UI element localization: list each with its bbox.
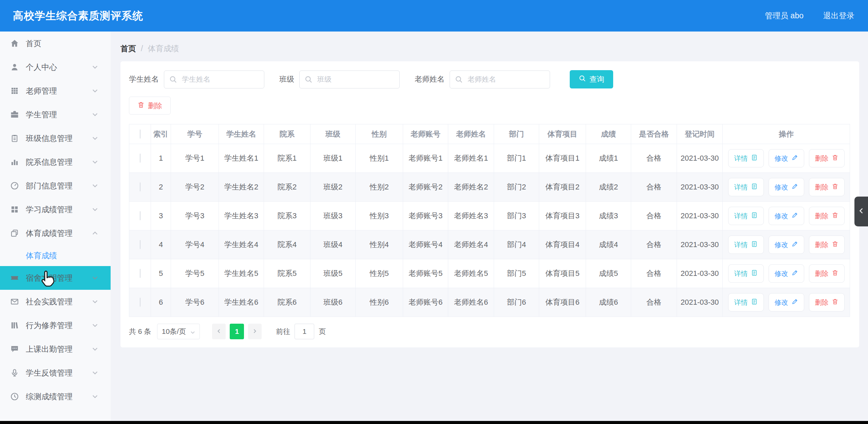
chevron-left-icon (857, 207, 865, 216)
sidebar-item[interactable]: 上课出勤管理 (0, 337, 111, 361)
chevron-down-icon (92, 135, 98, 142)
breadcrumb: 首页 / 体育成绩 (120, 42, 859, 55)
squares-icon (10, 205, 20, 214)
sidebar-item[interactable]: 社会实践管理 (0, 290, 111, 314)
delete-button[interactable]: 删除 (809, 149, 845, 167)
sidebar-item[interactable]: 学生反馈管理 (0, 361, 111, 385)
edit-button[interactable]: 修改 (769, 149, 804, 167)
pencil-icon (791, 269, 798, 278)
current-page-button[interactable]: 1 (230, 324, 244, 339)
delete-button[interactable]: 删除 (809, 264, 845, 283)
copy-icon (10, 228, 20, 238)
row-checkbox[interactable] (140, 154, 140, 163)
delete-button[interactable]: 删除 (809, 236, 845, 254)
trash-icon (137, 101, 145, 110)
class-input[interactable] (299, 70, 400, 88)
chevron-down-icon (92, 206, 98, 213)
detail-button[interactable]: 详情 (728, 264, 764, 283)
chevron-down-icon (92, 275, 98, 281)
query-button[interactable]: 查询 (570, 70, 613, 88)
trash-icon (832, 154, 838, 163)
column-header: 成绩 (586, 124, 631, 144)
sidebar-item[interactable]: 宿舍文明管理 (0, 266, 111, 290)
chevron-down-icon (190, 329, 195, 334)
sidebar-item[interactable]: 行为修养管理 (0, 314, 111, 337)
row-checkbox[interactable] (140, 298, 140, 307)
detail-button[interactable]: 详情 (728, 149, 764, 167)
row-checkbox[interactable] (140, 269, 140, 278)
sidebar-item[interactable]: 首页 (0, 32, 111, 55)
sidebar-item[interactable]: 体育成绩管理 (0, 221, 111, 245)
panel-collapse-handle[interactable] (854, 197, 868, 226)
column-header: 索引 (151, 124, 171, 144)
sidebar-item[interactable]: 个人中心 (0, 55, 111, 79)
search-icon (169, 75, 177, 83)
filter-label: 班级 (279, 74, 294, 84)
prev-page-button[interactable] (212, 324, 226, 339)
column-header: 操作 (723, 124, 850, 144)
edit-button[interactable]: 修改 (769, 236, 804, 254)
student-name-input[interactable] (164, 70, 264, 88)
table-row: 1 学号1 学生姓名1 院系1 班级1 性别1 老师账号1 老师姓名1 部门1 … (129, 144, 850, 173)
detail-button[interactable]: 详情 (728, 293, 764, 311)
delete-button[interactable]: 删除 (809, 178, 845, 196)
detail-button[interactable]: 详情 (728, 178, 764, 196)
book-icon (10, 321, 20, 330)
sidebar-item[interactable]: 部门信息管理 (0, 174, 111, 198)
app-header: 高校学生综合素质测评系统 管理员 abo 退出登录 (0, 0, 868, 32)
edit-button[interactable]: 修改 (769, 264, 804, 283)
sidebar-item[interactable]: 学生管理 (0, 103, 111, 126)
page-size-select[interactable]: 10条/页 (157, 324, 200, 339)
row-checkbox[interactable] (140, 182, 140, 191)
detail-button[interactable]: 详情 (728, 236, 764, 254)
pagination: 共 6 条 10条/页 1 前往 页 (129, 324, 851, 339)
sidebar-item[interactable]: 院系信息管理 (0, 150, 111, 174)
breadcrumb-separator: / (141, 44, 143, 53)
admin-user-label[interactable]: 管理员 abo (765, 11, 804, 21)
chevron-down-icon (92, 322, 98, 329)
delete-button[interactable]: 删除 (809, 293, 845, 311)
page-unit-label: 页 (319, 327, 326, 336)
edit-button[interactable]: 修改 (769, 293, 804, 311)
delete-button[interactable]: 删除 (809, 207, 845, 225)
bulk-delete-button[interactable]: 删除 (129, 97, 171, 115)
pencil-icon (791, 298, 798, 307)
clock-icon (10, 392, 20, 401)
search-icon (304, 75, 313, 83)
search-icon (579, 75, 586, 84)
row-checkbox[interactable] (140, 211, 140, 220)
sidebar-item[interactable]: 综测成绩管理 (0, 385, 111, 408)
trash-icon (832, 269, 838, 278)
home-icon (10, 39, 20, 48)
select-all-checkbox[interactable] (140, 129, 140, 139)
sidebar-item[interactable]: 班级信息管理 (0, 126, 111, 150)
table-body: 1 学号1 学生姓名1 院系1 班级1 性别1 老师账号1 老师姓名1 部门1 … (129, 144, 850, 317)
document-icon (751, 154, 758, 163)
trash-icon (832, 183, 838, 191)
edit-button[interactable]: 修改 (769, 207, 804, 225)
breadcrumb-current: 体育成绩 (148, 43, 179, 54)
sidebar-item[interactable]: 老师管理 (0, 79, 111, 103)
next-page-button[interactable] (248, 324, 262, 339)
table-row: 2 学号2 学生姓名2 院系2 班级2 性别2 老师账号2 老师姓名2 部门2 … (129, 173, 850, 202)
main-content: 首页 / 体育成绩 学生姓名 班级 (111, 32, 868, 421)
chevron-down-icon (92, 87, 98, 94)
goto-page-input[interactable] (295, 324, 314, 339)
row-checkbox[interactable] (140, 240, 140, 249)
document-icon (751, 269, 758, 278)
document-icon (751, 212, 758, 220)
bottom-edge-bar (0, 421, 868, 424)
detail-button[interactable]: 详情 (728, 207, 764, 225)
chevron-left-icon (216, 327, 222, 336)
edit-button[interactable]: 修改 (769, 178, 804, 196)
column-header: 部门 (494, 124, 539, 144)
logout-link[interactable]: 退出登录 (823, 11, 854, 21)
content-card: 学生姓名 班级 老师姓名 (120, 61, 859, 347)
breadcrumb-home[interactable]: 首页 (120, 43, 136, 54)
filter-row: 学生姓名 班级 老师姓名 (129, 70, 851, 88)
sidebar-subitem[interactable]: 体育成绩 (0, 245, 111, 266)
pagination-total: 共 6 条 (129, 327, 151, 336)
teacher-name-input[interactable] (450, 70, 550, 88)
sidebar-item[interactable]: 学习成绩管理 (0, 198, 111, 221)
filter-label: 老师姓名 (415, 74, 445, 84)
